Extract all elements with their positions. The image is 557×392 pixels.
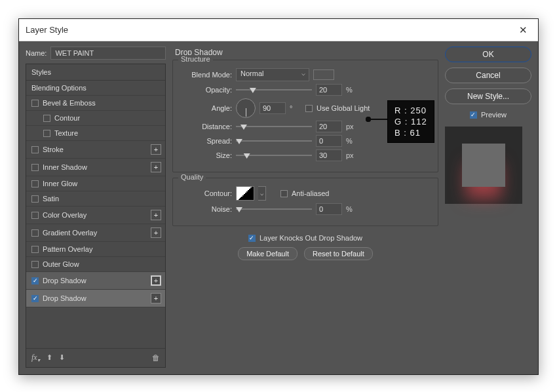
name-input[interactable]	[50, 47, 166, 60]
style-label: Inner Shadow	[43, 163, 87, 171]
styles-list: Styles Blending Options Bevel & Emboss C…	[26, 64, 166, 368]
plus-icon[interactable]: +	[151, 210, 161, 220]
checkbox-icon[interactable]	[43, 130, 50, 137]
angle-dial[interactable]	[236, 98, 256, 118]
spread-slider[interactable]	[236, 136, 312, 146]
style-contour[interactable]: Contour	[26, 111, 165, 126]
style-label: Inner Glow	[43, 180, 77, 187]
blend-mode-select[interactable]: Normal	[236, 68, 309, 81]
panel-title: Drop Shadow	[175, 48, 438, 57]
style-outer-glow[interactable]: Outer Glow	[26, 257, 165, 272]
opacity-slider[interactable]	[236, 85, 312, 94]
checkbox-icon[interactable]: ✓	[31, 277, 39, 284]
checkbox-icon[interactable]: ✓	[470, 111, 477, 119]
style-label: Contour	[54, 114, 80, 122]
contour-picker[interactable]	[236, 186, 254, 201]
use-global-light-label: Use Global Light	[317, 104, 370, 112]
unit-label: %	[346, 86, 358, 94]
rgb-g: G : 112	[394, 116, 427, 127]
style-bevel[interactable]: Bevel & Emboss	[26, 96, 165, 111]
checkbox-icon[interactable]	[43, 115, 50, 122]
unit-label: °	[290, 104, 301, 112]
unit-label: px	[346, 123, 358, 130]
style-label: Color Overlay	[43, 211, 86, 219]
opacity-label: Opacity:	[181, 86, 232, 94]
style-blending-options[interactable]: Blending Options	[26, 81, 165, 96]
distance-input[interactable]	[316, 121, 342, 132]
knocks-out-label: Layer Knocks Out Drop Shadow	[259, 234, 362, 242]
spread-input[interactable]	[316, 135, 342, 147]
size-slider[interactable]	[236, 151, 312, 160]
style-label: Pattern Overlay	[43, 245, 92, 253]
blend-mode-label: Blend Mode:	[181, 71, 232, 79]
close-icon[interactable]: ✕	[515, 23, 531, 37]
checkbox-icon[interactable]: ✓	[31, 295, 39, 302]
chevron-down-icon[interactable]: ⌵	[258, 186, 266, 201]
unit-label: %	[346, 205, 358, 213]
angle-label: Angle:	[181, 104, 232, 112]
noise-input[interactable]	[316, 203, 342, 215]
reset-default-button[interactable]: Reset to Default	[304, 247, 373, 260]
arrow-down-icon[interactable]: ⬇	[59, 353, 65, 362]
distance-slider[interactable]	[236, 122, 312, 131]
unit-label: px	[346, 151, 358, 159]
cancel-button[interactable]: Cancel	[445, 68, 531, 83]
checkbox-icon[interactable]	[31, 229, 39, 237]
checkbox-icon[interactable]: ✓	[248, 235, 256, 242]
style-stroke[interactable]: Stroke +	[26, 141, 165, 159]
structure-legend: Structure	[178, 55, 213, 63]
angle-input[interactable]	[259, 102, 286, 114]
style-inner-glow[interactable]: Inner Glow	[26, 176, 165, 191]
style-color-overlay[interactable]: Color Overlay +	[26, 206, 165, 224]
fx-icon[interactable]: fx▾	[31, 353, 40, 363]
unit-label: %	[346, 137, 358, 145]
style-label: Stroke	[43, 146, 64, 153]
style-texture[interactable]: Texture	[26, 126, 165, 141]
name-label: Name:	[26, 49, 47, 57]
rgb-r: R : 250	[394, 105, 427, 116]
style-pattern-overlay[interactable]: Pattern Overlay	[26, 242, 165, 257]
arrow-up-icon[interactable]: ⬆	[47, 353, 52, 362]
style-label: Outer Glow	[43, 260, 79, 268]
noise-label: Noise:	[181, 205, 232, 213]
checkbox-icon[interactable]	[305, 105, 313, 112]
plus-icon[interactable]: +	[151, 227, 161, 238]
checkbox-icon[interactable]	[31, 246, 39, 253]
style-inner-shadow[interactable]: Inner Shadow +	[26, 159, 165, 176]
style-label: Gradient Overlay	[43, 229, 97, 237]
new-style-button[interactable]: New Style...	[445, 88, 531, 104]
checkbox-icon[interactable]	[31, 180, 39, 187]
style-gradient-overlay[interactable]: Gradient Overlay +	[26, 224, 165, 242]
style-drop-shadow-1[interactable]: ✓ Drop Shadow +	[26, 272, 165, 290]
trash-icon[interactable]: 🗑	[152, 353, 160, 363]
dialog-title: Layer Style	[26, 25, 68, 35]
checkbox-icon[interactable]	[31, 212, 39, 219]
color-swatch[interactable]	[313, 69, 334, 80]
make-default-button[interactable]: Make Default	[238, 247, 298, 260]
checkbox-icon[interactable]	[31, 164, 39, 171]
spread-label: Spread:	[181, 137, 232, 145]
titlebar: Layer Style ✕	[19, 19, 538, 41]
plus-icon[interactable]: +	[151, 293, 161, 304]
blend-mode-value: Normal	[240, 69, 263, 77]
checkbox-icon[interactable]	[31, 195, 39, 203]
size-label: Size:	[181, 151, 232, 159]
checkbox-icon[interactable]	[31, 261, 39, 268]
preview-label: Preview	[481, 111, 507, 119]
style-drop-shadow-2[interactable]: ✓ Drop Shadow +	[26, 290, 165, 307]
plus-icon[interactable]: +	[151, 162, 161, 172]
ok-button[interactable]: OK	[445, 47, 531, 62]
checkbox-icon[interactable]	[280, 190, 288, 197]
size-input[interactable]	[316, 149, 342, 161]
contour-label: Contour:	[181, 189, 232, 197]
plus-icon[interactable]: +	[151, 275, 161, 286]
checkbox-icon[interactable]	[31, 146, 39, 153]
noise-slider[interactable]	[236, 205, 312, 214]
styles-header: Styles	[26, 64, 165, 81]
opacity-input[interactable]	[316, 84, 342, 96]
checkbox-icon[interactable]	[31, 100, 39, 107]
preview-thumbnail	[445, 127, 522, 204]
style-satin[interactable]: Satin	[26, 191, 165, 206]
quality-legend: Quality	[178, 173, 206, 181]
plus-icon[interactable]: +	[151, 144, 161, 155]
